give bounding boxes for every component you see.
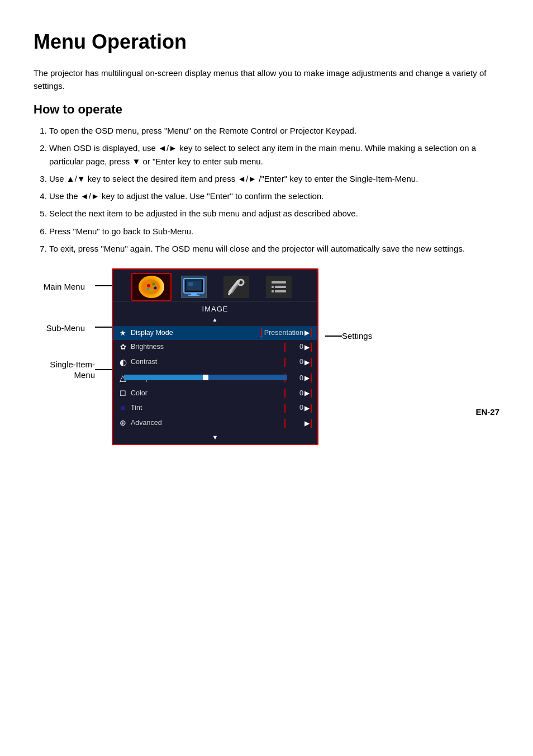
osd-tools-icon <box>223 276 249 298</box>
svg-rect-17 <box>272 281 286 284</box>
submenu-value-display-mode: Presentation <box>264 328 303 338</box>
step-4: Use the ◄/► key to adjust the value. Use… <box>49 190 499 202</box>
submenu-arrow-color: ▶ <box>304 388 310 398</box>
submenu-sep-6 <box>284 404 285 413</box>
submenu-arrow-advanced: ▶ <box>304 418 310 428</box>
osd-info-icon <box>266 276 292 298</box>
submenu-arrow-sharpness: ▶ <box>304 373 310 383</box>
step-1: To open the OSD menu, press "Menu" on th… <box>49 124 499 137</box>
submenu-bar-5 <box>311 389 312 398</box>
svg-rect-10 <box>188 295 199 296</box>
sim-bar-fill <box>124 375 206 380</box>
submenu-icon-color: ☐ <box>117 388 129 399</box>
osd-menu-item-info[interactable] <box>259 273 299 301</box>
submenu-name-color: Color <box>131 388 282 399</box>
svg-rect-12 <box>188 282 193 286</box>
submenu-icon-display-mode: ★ <box>117 328 129 339</box>
submenu-arrow-brightness: ▶ <box>304 342 310 352</box>
submenu-arrow-tint: ▶ <box>304 403 310 413</box>
submenu-bar-3 <box>311 358 312 367</box>
submenu-value-sharpness: 0 <box>288 373 303 384</box>
submenu-row-color[interactable]: ☐ Color 0 ▶ <box>113 386 317 401</box>
submenu-row-brightness[interactable]: ✿ Brightness 0 ▶ <box>113 340 317 355</box>
submenu-arrow-display-mode: ▶ <box>304 328 310 338</box>
submenu-value-color: 0 <box>288 388 303 399</box>
diagram-area: Main Menu <box>34 268 499 388</box>
submenu-name-brightness: Brightness <box>131 342 282 352</box>
main-menu-label: Main Menu <box>34 268 95 294</box>
submenu-name-tint: Tint <box>131 403 282 413</box>
svg-rect-21 <box>275 290 286 292</box>
step-6: Press "Menu" to go back to Sub-Menu. <box>49 225 499 238</box>
submenu-sep-2 <box>284 343 285 352</box>
submenu-icon-contrast: ◐ <box>117 356 129 369</box>
step-2: When OSD is displayed, use ◄/► key to se… <box>49 141 499 168</box>
step-7: To exit, press "Menu" again. The OSD men… <box>49 242 499 255</box>
submenu-name-advanced: Advanced <box>131 418 282 428</box>
osd-tab-label: IMAGE <box>113 301 317 325</box>
svg-point-1 <box>147 284 150 287</box>
svg-point-3 <box>154 287 157 290</box>
submenu-bar-1 <box>311 328 312 337</box>
submenu-bar-6 <box>311 404 312 413</box>
submenu-bar-4 <box>311 374 312 382</box>
submenu-bar-2 <box>311 343 312 352</box>
section-heading: How to operate <box>34 100 499 119</box>
svg-point-2 <box>153 283 155 286</box>
main-menu-connector <box>95 285 112 286</box>
svg-point-15 <box>238 280 244 285</box>
submenu-name-contrast: Contrast <box>131 357 282 367</box>
osd-menu-item-tools[interactable] <box>216 273 256 301</box>
osd-main-menu <box>113 270 317 301</box>
svg-point-4 <box>150 289 153 292</box>
submenu-icon-tint: ■ <box>117 402 129 414</box>
sim-bar-background <box>124 375 287 380</box>
svg-point-5 <box>147 288 149 290</box>
svg-rect-19 <box>275 286 286 288</box>
submenu-icon-brightness: ✿ <box>117 342 129 353</box>
submenu-sep-7 <box>284 419 285 428</box>
svg-rect-20 <box>272 290 274 292</box>
svg-rect-9 <box>191 293 197 295</box>
steps-list: To open the OSD menu, press "Menu" on th… <box>49 124 499 255</box>
submenu-icon-advanced: ⊕ <box>117 417 129 429</box>
svg-point-0 <box>143 280 160 294</box>
submenu-value-tint: 0 <box>288 403 303 413</box>
intro-text: The projector has multilingual on-screen… <box>34 67 499 92</box>
osd-down-arrow: ▼ <box>113 432 317 444</box>
single-item-menu-label: Single-Item-Menu <box>34 359 95 381</box>
sim-bar-knob <box>203 375 208 380</box>
submenu-sep-1 <box>261 328 262 337</box>
osd-menu-item-display[interactable] <box>174 273 214 301</box>
osd-menu-item-image[interactable] <box>131 273 172 301</box>
osd-box: IMAGE ★ Display Mode Presentation ▶ ✿ <box>112 268 318 445</box>
page-title: Menu Operation <box>34 27 499 57</box>
osd-display-icon <box>181 276 207 298</box>
submenu-value-contrast: 0 <box>288 357 303 367</box>
sub-menu-label: Sub-Menu <box>34 322 95 335</box>
sub-menu-connector <box>95 327 112 328</box>
settings-connector <box>325 336 342 337</box>
submenu-name-display-mode: Display Mode <box>131 328 259 338</box>
submenu-sep-3 <box>284 358 285 367</box>
submenu-bar-7 <box>311 419 312 428</box>
submenu-row-tint[interactable]: ■ Tint 0 ▶ <box>113 400 317 415</box>
submenu-row-contrast[interactable]: ◐ Contrast 0 ▶ <box>113 355 317 371</box>
submenu-sep-5 <box>284 389 285 398</box>
submenu-row-advanced[interactable]: ⊕ Advanced ▶ <box>113 415 317 431</box>
submenu-arrow-contrast: ▶ <box>304 357 310 367</box>
step-3: Use ▲/▼ key to select the desired item a… <box>49 172 499 185</box>
svg-rect-18 <box>272 286 274 288</box>
submenu-value-brightness: 0 <box>288 342 303 352</box>
submenu-row-display-mode[interactable]: ★ Display Mode Presentation ▶ <box>113 326 317 341</box>
step-5: Select the next item to be adjusted in t… <box>49 207 499 220</box>
osd-image-icon <box>139 276 164 298</box>
